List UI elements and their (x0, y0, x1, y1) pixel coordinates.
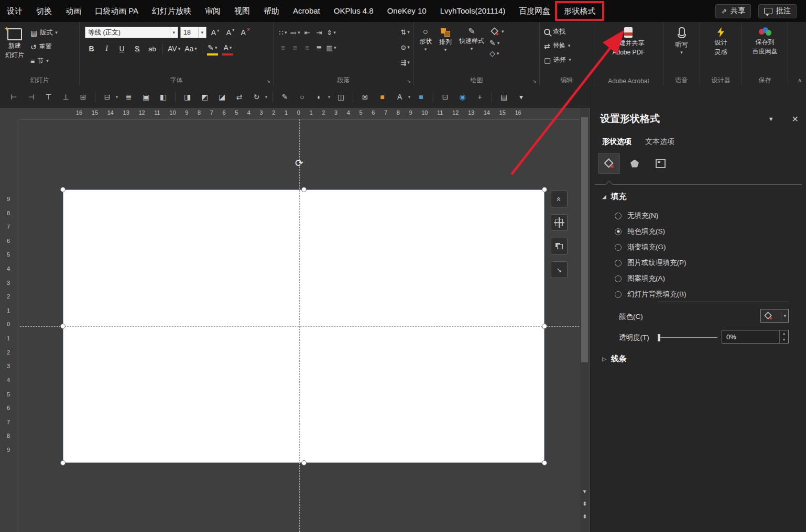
collapse-ribbon-button[interactable]: ∧ (798, 77, 802, 84)
oval-tool-icon[interactable]: ○ (296, 91, 309, 104)
send-to-back-icon[interactable]: ◨ (181, 91, 194, 104)
align-objects-left-icon[interactable]: ⊢ (7, 91, 20, 104)
align-right-button[interactable]: ≡ (302, 42, 312, 53)
tab-text-options[interactable]: 文本选项 (645, 137, 674, 147)
numbering-button[interactable]: ≕ ▾ (290, 27, 300, 38)
shapes-button[interactable]: ○ 形状 ▾ (416, 26, 435, 76)
swap-objects-icon[interactable]: ⇄ (233, 91, 246, 104)
select-button[interactable]: ▢ 选择 ▾ (542, 53, 592, 67)
font-name-select[interactable]: 等线 (正文) ▾ (85, 27, 178, 38)
create-share-pdf-button[interactable]: 创建并共享 Adobe PDF (609, 26, 648, 76)
align-text-button[interactable]: ⊜ ▾ (400, 41, 410, 53)
more-tools-caret-icon[interactable]: ▾ (515, 91, 528, 104)
fill-and-line-tab[interactable] (598, 153, 620, 174)
convert-to-smartart-button[interactable]: ⇶ ▾ (400, 57, 410, 68)
scrollbar-thumb[interactable] (581, 117, 588, 362)
bold-button[interactable]: B (85, 42, 98, 55)
menu-tab-baidu-netdisk[interactable]: 百度网盘 (512, 0, 557, 22)
justify-button[interactable]: ≣ (314, 42, 324, 53)
shape-union-icon[interactable]: ◫ (334, 91, 347, 104)
fill-option-gradient[interactable]: 渐变填充(G) (615, 241, 666, 253)
menu-tab-onekey[interactable]: OneKey 10 (380, 0, 433, 22)
arrange-button[interactable]: 排列 ▾ (436, 26, 455, 76)
horizontal-guide[interactable] (20, 326, 579, 327)
menu-tab-acrobat[interactable]: Acrobat (286, 0, 327, 22)
menu-tab-okplus[interactable]: OKPlus 4.8 (327, 0, 380, 22)
vertical-guide[interactable] (299, 119, 300, 532)
pen-tool-icon[interactable]: ✎ (278, 91, 291, 104)
next-slide-button[interactable]: ⇟ (580, 511, 589, 522)
columns-button[interactable]: ▥ ▾ (326, 42, 336, 53)
orange-fill-swatch-icon[interactable]: ■ (376, 91, 389, 104)
font-dialog-launcher-icon[interactable]: ↘ (266, 79, 270, 84)
previous-slide-button[interactable]: ⇞ (580, 498, 589, 509)
align-center-button[interactable]: ≡ (290, 42, 300, 53)
fill-option-none[interactable]: 无填充(N) (615, 209, 658, 222)
menu-tab-review[interactable]: 审阅 (198, 0, 227, 22)
align-objects-top-icon[interactable]: ⊤ (42, 91, 55, 104)
menu-tab-design[interactable]: 设计 (0, 0, 29, 22)
grow-font-button[interactable]: A ▴ (209, 26, 222, 39)
text-box-icon[interactable]: ⊡ (439, 91, 452, 104)
italic-button[interactable]: I (100, 42, 113, 55)
align-objects-right-icon[interactable]: ⊣ (25, 91, 38, 104)
character-spacing-button[interactable]: AV ▾ (167, 42, 181, 55)
clear-formatting-button[interactable]: A ✕ (239, 26, 252, 39)
resize-handle-sw[interactable] (60, 460, 66, 465)
align-left-button[interactable]: ≡ (278, 42, 288, 53)
find-button[interactable]: 查找 (542, 25, 592, 39)
menu-tab-animations[interactable]: 动画 (59, 0, 88, 22)
transparency-input[interactable]: 0% ▴ ▾ (722, 330, 789, 343)
scroll-down-button[interactable]: ▾ (580, 486, 589, 496)
distribute-vertical-icon[interactable]: ≣ (122, 91, 135, 104)
highlight-color-button[interactable]: ✎ ▾ (206, 41, 219, 56)
transparency-slider[interactable] (660, 337, 717, 338)
fill-option-solid[interactable]: 纯色填充(S) (615, 225, 665, 238)
font-size-select[interactable]: 18 ▾ (180, 27, 206, 38)
group-objects-icon[interactable]: ▣ (139, 91, 153, 104)
menu-tab-transitions[interactable]: 切换 (29, 0, 59, 22)
menu-tab-slideshow[interactable]: 幻灯片放映 (145, 0, 198, 22)
share-button[interactable]: ⇗ 共享 (715, 4, 751, 18)
picture-placeholder-icon[interactable]: ▤ (497, 91, 510, 104)
align-center-icon[interactable]: ⊞ (77, 91, 90, 104)
fill-section-header[interactable]: ◢ 填充 (602, 192, 627, 202)
distribute-horizontal-icon[interactable]: ⊟ (101, 91, 114, 104)
collapse-mini-toolbar-button[interactable]: « (551, 191, 568, 207)
increase-indent-button[interactable]: ⇥ (314, 27, 324, 38)
font-color-button[interactable]: A ▾ (221, 41, 234, 56)
shrink-font-button[interactable]: A ▾ (224, 26, 237, 39)
send-backward-icon[interactable]: ◪ (215, 91, 228, 104)
tab-shape-options[interactable]: 形状选项 (602, 137, 631, 147)
transparency-slider-thumb[interactable] (658, 334, 660, 341)
layout-button[interactable]: ▤ 版式 ▾ (28, 26, 60, 40)
fill-option-picture[interactable]: 图片或纹理填充(P) (615, 257, 687, 269)
bring-forward-icon[interactable]: ◩ (198, 91, 211, 104)
text-tool-icon[interactable]: A (393, 91, 406, 104)
text-direction-button[interactable]: ⇅ ▾ (400, 26, 410, 38)
replace-button[interactable]: ⇄ 替换 ▾ (542, 39, 592, 53)
decrease-indent-button[interactable]: ⇤ (302, 27, 312, 38)
align-objects-bottom-icon[interactable]: ⊥ (59, 91, 72, 104)
line-section-header[interactable]: ▷ 线条 (602, 354, 627, 364)
rotate-handle[interactable]: ⟳ (295, 158, 303, 168)
strikethrough-button[interactable]: ab (146, 42, 159, 55)
design-ideas-button[interactable]: 设计 灵感 (712, 26, 731, 76)
insert-plus-icon[interactable]: + (473, 91, 486, 104)
size-properties-tab[interactable] (649, 153, 671, 174)
text-shadow-button[interactable]: S (130, 42, 144, 55)
resize-handle-s[interactable] (301, 460, 307, 465)
bring-to-front-icon[interactable]: ◧ (157, 91, 170, 104)
transparency-increase-button[interactable]: ▴ (780, 330, 788, 337)
dictate-button[interactable]: 听写 ▾ (672, 26, 691, 76)
target-circle-icon[interactable]: ◉ (456, 91, 469, 104)
line-spacing-button[interactable]: ⇕ ▾ (326, 27, 336, 38)
change-case-button[interactable]: Aa ▾ (183, 42, 198, 55)
resize-handle-nw[interactable] (60, 187, 66, 192)
blue-fill-swatch-icon[interactable]: ■ (415, 91, 428, 104)
bullets-button[interactable]: ∷ ▾ (278, 27, 288, 38)
position-mini-button[interactable] (551, 214, 568, 231)
close-panel-button[interactable]: ✕ (792, 114, 799, 124)
reset-button[interactable]: ↺ 重置 (28, 40, 60, 54)
underline-button[interactable]: U (115, 42, 128, 55)
